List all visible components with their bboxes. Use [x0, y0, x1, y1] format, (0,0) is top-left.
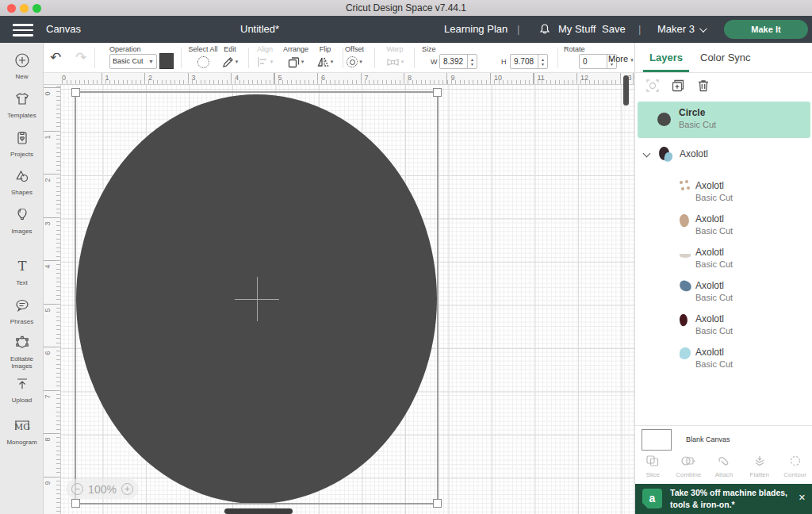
layer-type: Basic Cut	[695, 326, 733, 336]
balloon-icon	[14, 207, 30, 223]
more-button[interactable]: More ▾	[608, 54, 634, 63]
redo-button[interactable]: ↷	[75, 49, 86, 66]
selection-bounding-box[interactable]	[75, 91, 439, 504]
layer-row-axolotl-4[interactable]: Axolotl Basic Cut	[635, 274, 812, 306]
notifications-bell-icon[interactable]	[538, 23, 551, 36]
stepper-arrows-icon[interactable]: ▲▼	[538, 55, 547, 68]
layer-thumbnail	[678, 213, 691, 228]
sidebar-item-editable-images[interactable]: Editable Images	[0, 335, 44, 370]
vertical-scrollbar-thumb[interactable]	[623, 75, 629, 105]
offset-button[interactable]: Offset ▾	[339, 45, 370, 69]
blank-canvas-swatch[interactable]	[642, 429, 672, 451]
size-label: Size	[422, 45, 436, 53]
sidebar-item-templates[interactable]: Templates	[0, 91, 44, 119]
flip-button[interactable]: Flip ▾	[313, 45, 337, 69]
operation-dropdown[interactable]: Basic Cut ▼	[109, 54, 157, 69]
operation-label: Operation	[109, 45, 141, 53]
layer-row-circle[interactable]: Circle Basic Cut	[638, 102, 810, 138]
layer-row-axolotl-5[interactable]: Axolotl Basic Cut	[635, 308, 812, 339]
tab-layers[interactable]: Layers	[643, 43, 689, 72]
save-button[interactable]: Save	[602, 23, 626, 35]
ruler-number: 6	[44, 351, 52, 355]
sidebar-item-phrases[interactable]: Phrases	[0, 297, 44, 325]
window-title: Cricut Design Space v7.44.1	[0, 2, 812, 13]
pencil-icon	[222, 56, 234, 68]
blank-canvas-row[interactable]: Blank Canvas	[635, 425, 812, 452]
sidebar-item-images[interactable]: Images	[0, 207, 44, 235]
ruler-number: 12	[580, 74, 588, 82]
selection-handle-bottom-right[interactable]	[433, 499, 442, 508]
ruler-number: 5	[44, 308, 52, 312]
layer-row-axolotl-2[interactable]: Axolotl Basic Cut	[635, 208, 812, 240]
stepper-arrows-icon[interactable]: ▲▼	[467, 55, 477, 68]
selection-handle-top-left[interactable]	[71, 88, 80, 97]
layer-row-axolotl-3[interactable]: Axolotl Basic Cut	[635, 241, 812, 273]
canvas-menu[interactable]: Canvas	[46, 23, 81, 35]
sidebar-item-new[interactable]: New	[0, 52, 44, 80]
horizontal-scrollbar-thumb[interactable]	[224, 508, 293, 514]
tshirt-icon	[14, 91, 30, 107]
width-label: W	[431, 58, 438, 66]
ruler-number: 0	[62, 74, 66, 82]
layer-group-axolotl[interactable]: Axolotl	[635, 144, 812, 167]
sidebar-item-upload[interactable]: Upload	[0, 376, 44, 404]
sidebar-item-monogram[interactable]: MG Monogram	[0, 418, 44, 446]
layer-row-axolotl-1[interactable]: Axolotl Basic Cut	[635, 175, 812, 206]
panel-tabbar: Layers Color Sync	[635, 43, 812, 73]
edit-button[interactable]: Edit ▾	[217, 45, 243, 69]
group-name: Axolotl	[680, 148, 708, 159]
offset-icon	[347, 56, 358, 67]
layer-thumbnail	[679, 347, 691, 359]
duplicate-layer-button[interactable]	[670, 78, 686, 94]
layer-row-axolotl-6[interactable]: Axolotl Basic Cut	[635, 341, 812, 373]
group-layers-button	[645, 78, 661, 94]
my-stuff-link[interactable]: My Stuff	[558, 23, 596, 35]
promo-logo-icon: a	[642, 489, 662, 508]
trash-icon	[695, 78, 711, 94]
flatten-icon	[753, 455, 767, 467]
shapes-icon	[14, 168, 30, 184]
close-icon[interactable]: ✕	[799, 493, 806, 503]
ruler-number: 4	[44, 264, 52, 268]
zoom-out-button[interactable]: −	[71, 483, 83, 495]
arrange-icon	[288, 56, 300, 68]
selection-handle-top-right[interactable]	[433, 88, 442, 97]
layer-name: Axolotl	[695, 280, 724, 291]
chevron-down-icon[interactable]	[643, 150, 651, 158]
slice-icon	[645, 455, 660, 467]
align-label: Align	[251, 45, 278, 53]
design-canvas[interactable]: 012345678910111213 0123456789 − 100% +	[44, 73, 634, 514]
width-input[interactable]: 8.392 ▲▼	[439, 54, 477, 69]
selection-handle-bottom-left[interactable]	[71, 499, 80, 508]
sidebar-item-projects[interactable]: Projects	[0, 130, 44, 158]
document-title[interactable]: Untitled*	[240, 23, 279, 35]
svg-text:T: T	[17, 259, 26, 274]
hamburger-menu-icon[interactable]	[13, 24, 33, 40]
make-it-button[interactable]: Make It	[724, 20, 808, 39]
warp-icon	[386, 57, 400, 67]
layer-thumbnail	[680, 181, 683, 184]
height-input[interactable]: 9.708 ▲▼	[510, 54, 548, 69]
ruler-vertical: 0123456789	[44, 85, 61, 514]
arrange-button[interactable]: Arrange ▾	[279, 45, 312, 69]
color-swatch[interactable]	[159, 53, 174, 69]
ruler-number: 2	[44, 178, 52, 182]
more-label: More	[608, 54, 628, 63]
contour-icon	[788, 455, 802, 467]
undo-button[interactable]: ↶	[50, 49, 61, 66]
zoom-in-button[interactable]: +	[121, 483, 133, 495]
paperclip-icon	[717, 455, 731, 467]
delete-layer-button[interactable]	[695, 78, 711, 94]
dropdown-caret-icon: ▾	[401, 59, 404, 65]
edit-toolbar: ↶ ↷ Operation Basic Cut ▼ Select All Edi…	[44, 43, 634, 73]
ruler-number: 7	[44, 394, 52, 398]
layer-name: Axolotl	[695, 180, 724, 191]
learning-plan-link[interactable]: Learning Plan	[444, 23, 508, 35]
machine-selector[interactable]: Maker 3	[657, 23, 705, 35]
tab-color-sync[interactable]: Color Sync	[694, 43, 757, 72]
layer-name: Axolotl	[695, 313, 724, 324]
layer-type: Basic Cut	[695, 259, 733, 269]
group-icon	[645, 78, 661, 94]
sidebar-item-shapes[interactable]: Shapes	[0, 168, 44, 196]
sidebar-item-text[interactable]: T Text	[0, 259, 44, 286]
